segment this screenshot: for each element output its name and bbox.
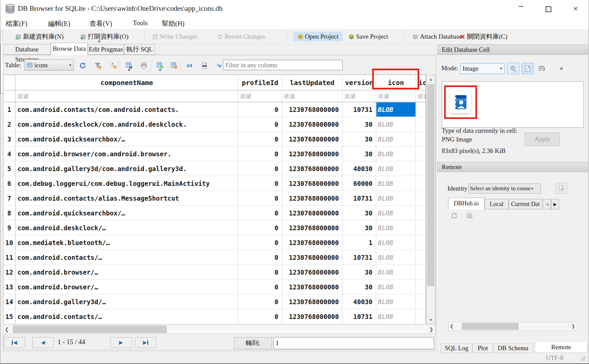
- filter-cell[interactable]: 過濾: [238, 90, 282, 102]
- cell-icon-blob[interactable]: BLOB: [376, 294, 416, 309]
- cell-version[interactable]: 40030: [343, 294, 376, 309]
- cell-icon-blob[interactable]: BLOB: [376, 206, 416, 220]
- cell-profileId[interactable]: 0: [238, 220, 282, 235]
- bottom-tab-plot[interactable]: Plot: [472, 343, 493, 353]
- open-database-dropdown-arrow[interactable]: ▼: [97, 40, 101, 43]
- cell-overflow[interactable]: [416, 147, 426, 161]
- cell-componentName[interactable]: com.android.quicksearchbox/…: [15, 132, 238, 147]
- horizontal-scroll-thumb[interactable]: [462, 323, 518, 330]
- cell-version[interactable]: 10731: [343, 250, 376, 265]
- insert-record-dropdown-arrow[interactable]: ▼: [158, 69, 162, 72]
- minimize-button[interactable]: [513, 4, 528, 14]
- cell-icon-blob[interactable]: BLOB: [376, 309, 416, 324]
- grid-vertical-scrollbar[interactable]: ▴ ▾: [426, 75, 436, 324]
- import-certificate-button[interactable]: [556, 183, 567, 194]
- cell-icon-blob[interactable]: BLOB: [376, 280, 416, 294]
- prev-record-button[interactable]: ◀: [32, 337, 54, 348]
- open-project-button[interactable]: Open Project: [293, 32, 343, 42]
- encoding-status[interactable]: UTF-8: [546, 354, 563, 362]
- cell-lastUpdated[interactable]: 1230768000000: [282, 280, 343, 294]
- cell-version[interactable]: 30: [343, 265, 376, 280]
- bottom-tab-db-schema[interactable]: DB Schema: [493, 343, 533, 353]
- close-database-button[interactable]: 關閉資料庫(C): [460, 32, 507, 42]
- cell-componentName[interactable]: com.android.gallery3d/…: [15, 294, 238, 309]
- word-wrap-button[interactable]: [536, 63, 548, 74]
- cell-icon-blob[interactable]: BLOB: [376, 147, 416, 161]
- revert-changes-button[interactable]: Revert Changes: [217, 32, 265, 42]
- cell-profileId[interactable]: 0: [238, 309, 282, 324]
- cell-icon-blob[interactable]: BLOB: [376, 191, 416, 206]
- cell-componentName[interactable]: com.android.browser/com.android.browser.: [15, 147, 238, 161]
- cell-icon-blob[interactable]: BLOB: [376, 176, 416, 191]
- cell-lastUpdated[interactable]: 1230768000000: [282, 191, 343, 206]
- cell-profileId[interactable]: 0: [238, 132, 282, 147]
- menu-file[interactable]: 檔案(F): [4, 18, 29, 29]
- goto-button[interactable]: 轉到:: [234, 337, 272, 349]
- format-icon[interactable]: 4A: [185, 61, 195, 70]
- cell-version[interactable]: 30: [343, 280, 376, 294]
- next-record-button[interactable]: ▶: [110, 337, 132, 348]
- identity-dropdown[interactable]: Select an identity to conne ▾: [468, 184, 541, 194]
- cell-componentName[interactable]: com.mediatek.bluetooth/…: [15, 235, 238, 250]
- column-header[interactable]: icon: [376, 75, 416, 90]
- remote-clone-database-icon[interactable]: [466, 212, 473, 220]
- cell-componentName[interactable]: com.debug.loggerui/com.debug.loggerui.Ma…: [15, 176, 238, 191]
- close-button[interactable]: ×: [568, 4, 583, 14]
- column-header[interactable]: componentName: [15, 75, 238, 90]
- filter-cell[interactable]: 過濾: [282, 90, 343, 102]
- cell-icon-blob[interactable]: BLOB: [376, 132, 416, 147]
- cell-lastUpdated[interactable]: 1230768000000: [282, 147, 343, 161]
- cell-profileId[interactable]: 0: [238, 102, 282, 117]
- resize-grip[interactable]: [580, 356, 585, 361]
- menu-edit[interactable]: 編輯(E): [46, 18, 72, 29]
- attach-database-button[interactable]: Attach Database: [413, 32, 462, 42]
- cell-componentName[interactable]: com.android.browser/…: [15, 280, 238, 294]
- tab-edit-pragmas[interactable]: Edit Pragmas: [88, 44, 124, 55]
- cell-lastUpdated[interactable]: 1230768000000: [282, 132, 343, 147]
- cell-profileId[interactable]: 0: [238, 161, 282, 176]
- toolbar-overflow-button[interactable]: »: [560, 64, 563, 72]
- apply-button[interactable]: Apply: [525, 132, 560, 146]
- refresh-icon[interactable]: [78, 61, 88, 70]
- cell-version[interactable]: 10731: [343, 191, 376, 206]
- cell-componentName[interactable]: com.android.deskclock/com.android.deskcl…: [15, 117, 238, 132]
- find-in-cells-icon[interactable]: [199, 61, 209, 70]
- column-header[interactable]: lastUpdated: [282, 75, 343, 90]
- cell-icon-blob[interactable]: BLOB: [376, 235, 416, 250]
- menu-help[interactable]: 幫助(H): [160, 18, 187, 29]
- cell-lastUpdated[interactable]: 1230768000000: [282, 235, 343, 250]
- cell-lastUpdated[interactable]: 1230768000000: [282, 250, 343, 265]
- bottom-tab-sql-log[interactable]: SQL Log: [441, 343, 472, 353]
- text-view-button[interactable]: [521, 63, 534, 74]
- cell-profileId[interactable]: 0: [238, 250, 282, 265]
- cell-lastUpdated[interactable]: 1230768000000: [282, 206, 343, 220]
- remote-horizontal-scrollbar[interactable]: ❮ ❯: [448, 322, 578, 331]
- mode-dropdown[interactable]: Image ▾: [460, 63, 505, 74]
- cell-lastUpdated[interactable]: 1230768000000: [282, 161, 343, 176]
- scroll-down-icon[interactable]: ▾: [426, 317, 435, 323]
- column-header[interactable]: version: [343, 75, 376, 90]
- cell-lastUpdated[interactable]: 1230768000000: [282, 220, 343, 235]
- cell-version[interactable]: 60000: [343, 176, 376, 191]
- remote-tab-current-database[interactable]: Current Dat: [509, 199, 542, 209]
- tab-browse-data[interactable]: Browse Data: [51, 43, 88, 55]
- column-header[interactable]: profileId: [238, 75, 282, 90]
- cell-lastUpdated[interactable]: 1230768000000: [282, 294, 343, 309]
- cell-profileId[interactable]: 0: [238, 176, 282, 191]
- bottom-tab-remote[interactable]: Remote: [535, 342, 587, 353]
- toolbar-handle[interactable]: [2, 31, 4, 42]
- first-record-button[interactable]: ◀: [4, 337, 25, 348]
- vertical-scroll-thumb[interactable]: [427, 84, 434, 286]
- menu-view[interactable]: 查看(V): [87, 18, 114, 29]
- cell-version[interactable]: 30: [343, 220, 376, 235]
- cell-icon-blob[interactable]: BLOB: [376, 265, 416, 280]
- cell-overflow[interactable]: [416, 265, 426, 280]
- cell-componentName[interactable]: com.android.gallery3d/com.android.galler…: [15, 161, 238, 176]
- cell-overflow[interactable]: [416, 294, 426, 309]
- cell-profileId[interactable]: 0: [238, 147, 282, 161]
- scroll-right-icon[interactable]: ❯: [429, 326, 433, 332]
- cell-componentName[interactable]: com.android.browser/…: [15, 265, 238, 280]
- scroll-right-icon[interactable]: ❯: [571, 323, 575, 329]
- cell-overflow[interactable]: [416, 176, 426, 191]
- filter-cell[interactable]: 過濾: [15, 90, 238, 102]
